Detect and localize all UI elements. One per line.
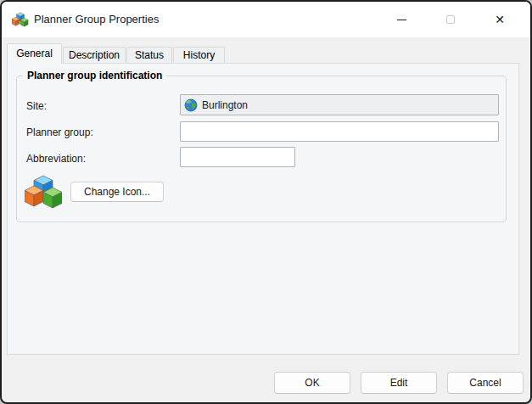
- abbreviation-input[interactable]: [180, 147, 295, 167]
- edit-button[interactable]: Edit: [361, 372, 437, 394]
- ok-button[interactable]: OK: [274, 372, 350, 394]
- tab-general[interactable]: General: [7, 43, 62, 64]
- general-tab-panel: Planner group identification Site: Burli…: [7, 63, 519, 355]
- site-value: Burlington: [202, 99, 248, 111]
- planner-group-properties-dialog: Planner Group Properties ✕ General Descr…: [0, 0, 532, 404]
- window-title: Planner Group Properties: [34, 2, 159, 37]
- close-icon: ✕: [495, 14, 505, 25]
- cancel-button[interactable]: Cancel: [447, 372, 524, 394]
- titlebar: Planner Group Properties ✕: [2, 2, 530, 37]
- change-icon-button[interactable]: Change Icon...: [70, 182, 164, 202]
- abbreviation-label: Abbreviation:: [26, 153, 86, 165]
- maximize-button: [431, 7, 470, 32]
- maximize-square-icon: [446, 15, 455, 24]
- site-field: Burlington: [180, 94, 499, 115]
- close-button[interactable]: ✕: [480, 7, 519, 32]
- minimize-dash-icon: [397, 20, 406, 20]
- minimize-button[interactable]: [382, 7, 421, 32]
- tab-history[interactable]: History: [173, 47, 225, 63]
- site-label: Site:: [26, 100, 47, 112]
- tab-description[interactable]: Description: [63, 47, 126, 63]
- planner-group-input[interactable]: [180, 121, 499, 142]
- groupbox-title: Planner group identification: [23, 70, 166, 81]
- planner-group-cubes-icon: [25, 173, 62, 210]
- globe-icon: [184, 98, 198, 112]
- tab-status[interactable]: Status: [126, 47, 172, 63]
- planner-group-label: Planner group:: [26, 126, 93, 138]
- app-cubes-icon: [12, 11, 29, 28]
